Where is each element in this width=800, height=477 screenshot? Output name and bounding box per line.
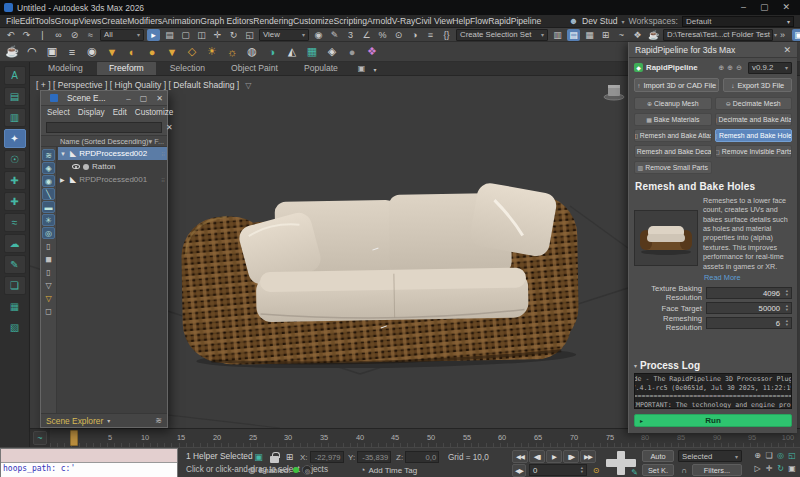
y-coordinate-field[interactable]: -35,839: [357, 451, 391, 463]
absolute-mode-icon[interactable]: ⊞: [283, 451, 296, 463]
next-frame-button[interactable]: ▮▶: [563, 450, 579, 463]
action-decimate-mesh[interactable]: ⊖ Decimate Mesh: [715, 97, 793, 110]
light-half-icon[interactable]: ◐: [124, 44, 140, 60]
listener-macro-pane[interactable]: [1, 449, 177, 463]
run-button[interactable]: ▸ Run: [634, 414, 792, 427]
pan-icon[interactable]: ✛: [764, 463, 775, 474]
numeric-field[interactable]: 4096 ▴▾: [706, 287, 792, 299]
angle-snap-icon[interactable]: ∠: [360, 29, 373, 41]
light-sphere-icon[interactable]: ●: [144, 44, 160, 60]
rapidpipeline-panel-header[interactable]: RapidPipeline for 3ds Max ✕: [629, 42, 797, 58]
layer-list-icon[interactable]: ▦: [583, 29, 596, 41]
filter-lights-icon[interactable]: ╲: [42, 188, 55, 200]
helper-object[interactable]: [602, 82, 626, 102]
undo-icon[interactable]: ↶: [4, 29, 17, 41]
menu-create[interactable]: Create: [101, 16, 127, 26]
scene-explorer-footer[interactable]: Scene Explorer ▾ ≋: [41, 413, 167, 427]
action-remove-small-parts[interactable]: ▥ Remove Small Parts: [634, 161, 712, 174]
zoom-extents-icon[interactable]: ◎: [775, 450, 786, 461]
menu-civil-view[interactable]: Civil View: [415, 16, 452, 26]
vray-camera-icon[interactable]: ▣: [44, 44, 60, 60]
read-more-link[interactable]: Read More: [704, 273, 792, 282]
collapse-icon[interactable]: ▾: [634, 362, 637, 369]
paint-tool-icon[interactable]: ✦: [4, 129, 26, 148]
named-sets-icon[interactable]: {}: [440, 29, 453, 41]
menu-vray[interactable]: V-Ray: [392, 16, 415, 26]
grid-tool-icon[interactable]: ▦: [4, 297, 26, 316]
import-button[interactable]: ↑ Import 3D or CAD File: [634, 78, 719, 92]
render-frame-icon[interactable]: ▣: [792, 29, 800, 41]
cone-icon[interactable]: ◭: [284, 44, 300, 60]
use-center-icon[interactable]: ◉: [312, 29, 325, 41]
menu-help[interactable]: Help: [452, 16, 470, 26]
panel-settings-icon[interactable]: ⊕: [718, 64, 724, 72]
menu-customize[interactable]: Customize: [293, 16, 334, 26]
animate-toggle-icon[interactable]: ◎: [302, 465, 312, 475]
sx-menu-edit[interactable]: Edit: [113, 108, 127, 117]
filter-funnel-icon[interactable]: ▽: [42, 279, 55, 291]
manipulate-icon[interactable]: ✎: [328, 29, 341, 41]
checker-icon[interactable]: ▦: [304, 44, 320, 60]
grey-sphere-icon[interactable]: ●: [344, 44, 360, 60]
maximize-viewport-icon[interactable]: ▣: [787, 463, 798, 474]
vray-material-icon[interactable]: ◈: [324, 44, 340, 60]
light-mesh-icon[interactable]: ◇: [184, 44, 200, 60]
prev-frame-button[interactable]: ◀▮: [529, 450, 545, 463]
version-select[interactable]: v0.9.2▾: [748, 62, 792, 74]
ref-coord-select[interactable]: View▾: [259, 29, 309, 41]
sun-icon[interactable]: ☀: [204, 44, 220, 60]
spinner-snap-icon[interactable]: ⊙: [392, 29, 405, 41]
filter-bone-icon[interactable]: ▯: [42, 240, 55, 252]
window-crossing-icon[interactable]: ◫: [195, 29, 208, 41]
add-time-tag[interactable]: Add Time Tag: [368, 466, 417, 475]
redo-icon[interactable]: ↷: [20, 29, 33, 41]
toolbar-overflow-icon[interactable]: »: [776, 29, 789, 41]
scene-explorer-column-header[interactable]: Name (Sorted Descending) ▾ F...: [41, 135, 167, 147]
menu-group[interactable]: Group: [55, 16, 79, 26]
menu-rendering[interactable]: Rendering: [253, 16, 293, 26]
play-button[interactable]: ▶: [546, 450, 562, 463]
sx-menu-customize[interactable]: Customize: [135, 108, 174, 117]
layers-icon[interactable]: ≋: [155, 416, 162, 425]
eye-icon[interactable]: [72, 164, 80, 169]
menu-arnold[interactable]: Arnold: [367, 16, 392, 26]
layers-stack-icon[interactable]: ❏: [4, 276, 26, 295]
x-coordinate-field[interactable]: -22,979: [310, 451, 344, 463]
schematic-view-icon[interactable]: ⊞: [599, 29, 612, 41]
filter-cameras-icon[interactable]: ▬: [42, 201, 55, 213]
action-bake-materials[interactable]: ▦ Bake Materials: [634, 113, 712, 126]
key-filter-select[interactable]: Selected▾: [678, 450, 742, 462]
select-object-icon[interactable]: ▸: [147, 29, 160, 41]
sep[interactable]: |: [36, 29, 49, 41]
light-small-icon[interactable]: ▼: [164, 44, 180, 60]
filter-frozen-icon[interactable]: ▯: [42, 266, 55, 278]
panel-info-icon[interactable]: ⊕: [727, 64, 733, 72]
minimize-icon[interactable]: –: [126, 94, 130, 103]
numeric-field[interactable]: 6 ▴▾: [706, 317, 792, 329]
menu-animation[interactable]: Animation: [162, 16, 200, 26]
mirror-icon[interactable]: ◑: [408, 29, 421, 41]
annotate-tool-icon[interactable]: A: [4, 66, 26, 85]
filter-all-icon[interactable]: ≋: [42, 149, 55, 161]
close-icon[interactable]: ✕: [782, 0, 790, 15]
doc-export-icon[interactable]: ▤: [4, 87, 26, 106]
menu-edit[interactable]: Edit: [20, 16, 35, 26]
layer-explorer-icon[interactable]: ▤: [567, 29, 580, 41]
rattan-sofa-model[interactable]: [180, 162, 580, 368]
select-by-name-icon[interactable]: ▤: [163, 29, 176, 41]
isolate-selection-icon[interactable]: ▣: [252, 451, 265, 463]
z-coordinate-field[interactable]: 0,0: [405, 451, 439, 463]
filter-container-icon[interactable]: ◼: [42, 253, 55, 265]
action-cleanup-mesh[interactable]: ⊕ Cleanup Mesh: [634, 97, 712, 110]
tree-row-ratton[interactable]: Ratton: [58, 160, 167, 173]
tab-object-paint[interactable]: Object Paint: [219, 61, 290, 75]
proc-add-icon[interactable]: ✚: [4, 171, 26, 190]
selection-filter-select[interactable]: All▾: [100, 29, 144, 41]
align-icon[interactable]: ≡: [424, 29, 437, 41]
light-lister-icon[interactable]: ☉: [4, 150, 26, 169]
select-and-link-icon[interactable]: ∞: [52, 29, 65, 41]
tangent-icon[interactable]: ∩: [678, 464, 690, 476]
action-remesh-bake-decals[interactable]: ◨ Remesh and Bake Decals: [634, 145, 712, 158]
menu-rapidpipeline[interactable]: RapidPipeline: [488, 16, 541, 26]
signed-in-user[interactable]: Dev Stud: [582, 16, 617, 26]
